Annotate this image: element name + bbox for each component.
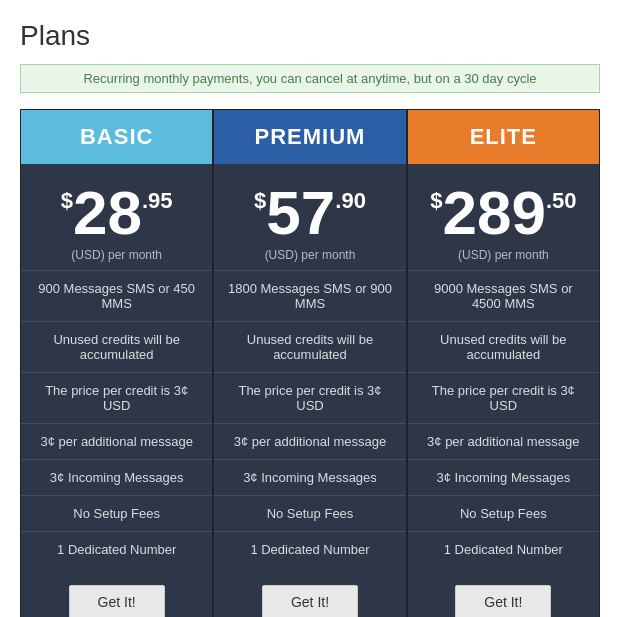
plan-basic-features: 900 Messages SMS or 450 MMSUnused credit… [21, 270, 212, 567]
plan-basic-feature-4: 3¢ Incoming Messages [21, 459, 212, 495]
plan-basic-price-cents: .95 [142, 188, 173, 214]
plan-elite-cta-wrapper: Get It! [455, 585, 551, 617]
plan-basic-feature-0: 900 Messages SMS or 450 MMS [21, 270, 212, 321]
plans-container: BASIC$28.95(USD) per month900 Messages S… [20, 109, 600, 617]
plan-premium-cta-wrapper: Get It! [262, 585, 358, 617]
plan-basic-price-main: 28 [73, 182, 142, 244]
plan-basic-get-it-button[interactable]: Get It! [69, 585, 165, 617]
plan-basic-feature-5: No Setup Fees [21, 495, 212, 531]
plan-premium: PREMIUM$57.90(USD) per month1800 Message… [213, 109, 406, 617]
plan-premium-get-it-button[interactable]: Get It! [262, 585, 358, 617]
plan-elite-period: (USD) per month [430, 248, 576, 262]
plan-elite-header: ELITE [408, 110, 599, 164]
plan-basic-feature-3: 3¢ per additional message [21, 423, 212, 459]
plan-basic-price: $28.95(USD) per month [51, 164, 183, 270]
plan-elite-price-cents: .50 [546, 188, 577, 214]
plan-basic-feature-6: 1 Dedicated Number [21, 531, 212, 567]
plan-premium-price: $57.90(USD) per month [244, 164, 376, 270]
plan-elite-feature-2: The price per credit is 3¢ USD [408, 372, 599, 423]
plan-elite-feature-3: 3¢ per additional message [408, 423, 599, 459]
plan-basic-cta-wrapper: Get It! [69, 585, 165, 617]
plan-elite: ELITE$289.50(USD) per month9000 Messages… [407, 109, 600, 617]
plan-premium-feature-5: No Setup Fees [214, 495, 405, 531]
plan-basic-feature-2: The price per credit is 3¢ USD [21, 372, 212, 423]
plan-basic-feature-1: Unused credits will be accumulated [21, 321, 212, 372]
plan-elite-feature-5: No Setup Fees [408, 495, 599, 531]
plan-premium-price-main: 57 [266, 182, 335, 244]
plan-premium-feature-0: 1800 Messages SMS or 900 MMS [214, 270, 405, 321]
page-title: Plans [20, 20, 600, 52]
plan-elite-feature-0: 9000 Messages SMS or 4500 MMS [408, 270, 599, 321]
plan-premium-dollar: $ [254, 188, 266, 214]
plan-premium-feature-2: The price per credit is 3¢ USD [214, 372, 405, 423]
plan-premium-features: 1800 Messages SMS or 900 MMSUnused credi… [214, 270, 405, 567]
plan-elite-features: 9000 Messages SMS or 4500 MMSUnused cred… [408, 270, 599, 567]
plan-basic-period: (USD) per month [61, 248, 173, 262]
plan-elite-dollar: $ [430, 188, 442, 214]
plan-premium-feature-6: 1 Dedicated Number [214, 531, 405, 567]
plan-elite-price: $289.50(USD) per month [420, 164, 586, 270]
plan-premium-feature-1: Unused credits will be accumulated [214, 321, 405, 372]
plan-premium-feature-3: 3¢ per additional message [214, 423, 405, 459]
notice-bar: Recurring monthly payments, you can canc… [20, 64, 600, 93]
plan-elite-get-it-button[interactable]: Get It! [455, 585, 551, 617]
plan-premium-price-cents: .90 [335, 188, 366, 214]
plan-basic-header: BASIC [21, 110, 212, 164]
plan-premium-period: (USD) per month [254, 248, 366, 262]
plan-basic-dollar: $ [61, 188, 73, 214]
plan-premium-feature-4: 3¢ Incoming Messages [214, 459, 405, 495]
plan-elite-feature-6: 1 Dedicated Number [408, 531, 599, 567]
plan-basic: BASIC$28.95(USD) per month900 Messages S… [20, 109, 213, 617]
plan-premium-header: PREMIUM [214, 110, 405, 164]
plan-elite-feature-1: Unused credits will be accumulated [408, 321, 599, 372]
plan-elite-price-main: 289 [442, 182, 545, 244]
plan-elite-feature-4: 3¢ Incoming Messages [408, 459, 599, 495]
